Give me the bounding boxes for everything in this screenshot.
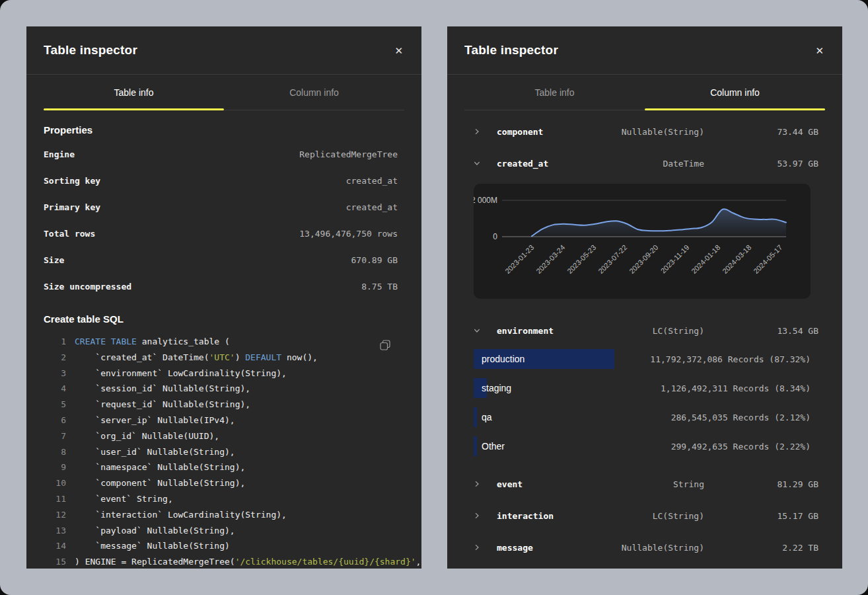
column-name: environment: [497, 326, 585, 336]
property-value: ReplicatedMergeTree: [299, 149, 398, 159]
tab-table-info[interactable]: Table info: [44, 75, 224, 110]
svg-text:2 000M: 2 000M: [474, 196, 497, 205]
sql-code-text: `org_id` Nullable(UUID),: [75, 428, 219, 444]
tab-bar: Table info Column info: [44, 75, 404, 110]
table-inspector-dialog-column-info: Table inspector ✕ Table info Column info…: [447, 26, 842, 569]
property-row: Total rows13,496,476,750 rows: [44, 220, 398, 247]
property-row: EngineReplicatedMergeTree: [44, 141, 398, 167]
column-list: componentNullable(String)73.44 GBcreated…: [447, 116, 842, 563]
property-label: Sorting key: [44, 176, 100, 186]
column-row-created_at[interactable]: created_atDateTime53.97 GB: [447, 147, 842, 179]
environment-value-row: staging1,126,492,311 Records (8.34%): [474, 378, 811, 398]
sql-code-text: `interaction` LowCardinality(String),: [75, 507, 287, 523]
column-row-environment[interactable]: environmentLC(String)13.54 GB: [447, 315, 842, 346]
sql-code-text: `user_id` Nullable(String),: [75, 444, 235, 460]
column-row-event[interactable]: eventString81.29 GB: [447, 468, 842, 500]
sql-code-line: 5 `request_id` Nullable(String),: [44, 397, 398, 413]
column-name: message: [497, 543, 585, 553]
column-size: 15.17 GB: [704, 511, 818, 521]
close-icon[interactable]: ✕: [392, 43, 406, 58]
line-number: 12: [44, 507, 66, 523]
chevron-down-icon[interactable]: [474, 160, 497, 167]
value-frequency-bar: [474, 436, 477, 456]
sql-code-text: `component` Nullable(String),: [75, 475, 245, 491]
property-value: 670.89 GB: [351, 255, 398, 265]
column-name: created_at: [497, 159, 585, 169]
chevron-right-icon[interactable]: [474, 481, 497, 487]
column-size: 73.44 GB: [704, 127, 818, 137]
property-value: 8.75 TB: [361, 282, 398, 292]
property-value: created_at: [346, 176, 398, 186]
environment-value-row: production11,792,372,086 Records (87.32%…: [474, 349, 811, 369]
line-number: 4: [44, 381, 66, 397]
environment-value-breakdown: production11,792,372,086 Records (87.32%…: [447, 346, 842, 468]
column-size: 81.29 GB: [704, 479, 818, 489]
sql-code-line: 1CREATE TABLE analytics_table (: [44, 334, 398, 350]
property-row: Size uncompressed8.75 TB: [44, 273, 398, 299]
sql-code-line: 15) ENGINE = ReplicatedMergeTree('/click…: [44, 554, 398, 569]
sql-code-line: 9 `namespace` Nullable(String),: [44, 459, 398, 475]
property-label: Total rows: [44, 229, 95, 239]
value-label: qa: [482, 412, 492, 422]
column-type: LC(String): [585, 326, 704, 336]
column-size: 2.22 TB: [704, 543, 818, 553]
svg-text:2023-03-24: 2023-03-24: [534, 243, 566, 275]
property-row: Primary keycreated_at: [44, 194, 398, 220]
value-record-count: 286,545,035 Records (2.12%): [671, 413, 811, 422]
column-row-interaction[interactable]: interactionLC(String)15.17 GB: [447, 500, 842, 532]
sql-code-text: ) ENGINE = ReplicatedMergeTree('/clickho…: [75, 554, 421, 569]
line-number: 8: [44, 444, 66, 460]
column-type: Nullable(String): [585, 127, 704, 137]
create-table-sql-heading: Create table SQL: [44, 311, 398, 327]
column-row-component[interactable]: componentNullable(String)73.44 GB: [447, 116, 842, 147]
sql-code-line: 4 `session_id` Nullable(String),: [44, 381, 398, 397]
sql-code-text: `namespace` Nullable(String),: [75, 459, 245, 475]
property-label: Primary key: [44, 202, 100, 212]
sql-code-text: CREATE TABLE analytics_table (: [75, 334, 230, 350]
line-number: 2: [44, 350, 66, 366]
sql-code-block: 1CREATE TABLE analytics_table (2 `create…: [44, 334, 398, 569]
sql-code-line: 3 `environment` LowCardinality(String),: [44, 366, 398, 381]
sql-code-line: 10 `component` Nullable(String),: [44, 475, 398, 491]
sql-code-text: `message` Nullable(String): [75, 538, 230, 554]
column-row-message[interactable]: messageNullable(String)2.22 TB: [447, 532, 842, 563]
line-number: 15: [44, 554, 66, 569]
table-inspector-dialog-table-info: Table inspector ✕ Table info Column info…: [26, 26, 421, 569]
chevron-right-icon[interactable]: [474, 544, 497, 551]
line-number: 7: [44, 428, 66, 444]
value-frequency-bar: [474, 407, 477, 427]
sql-code-line: 11 `event` String,: [44, 491, 398, 507]
created-at-distribution-chart: 2 000M02023-01-232023-03-242023-05-23202…: [474, 184, 811, 299]
line-number: 6: [44, 413, 66, 428]
chevron-right-icon[interactable]: [474, 512, 497, 519]
tab-column-info[interactable]: Column info: [224, 75, 404, 110]
sql-code-text: `event` String,: [75, 491, 173, 507]
line-number: 13: [44, 523, 66, 539]
line-number: 9: [44, 459, 66, 475]
sql-code-text: `payload` Nullable(String),: [75, 523, 235, 539]
tab-table-info[interactable]: Table info: [464, 75, 645, 110]
column-type: LC(String): [585, 511, 704, 521]
value-record-count: 11,792,372,086 Records (87.32%): [650, 354, 811, 364]
sql-code-text: `environment` LowCardinality(String),: [75, 366, 287, 381]
svg-text:2023-01-23: 2023-01-23: [503, 243, 535, 275]
sql-code-line: 2 `created_at` DateTime('UTC') DEFAULT n…: [44, 350, 398, 366]
properties-heading: Properties: [44, 122, 398, 138]
column-name: event: [497, 479, 585, 489]
value-record-count: 299,492,635 Records (2.22%): [671, 442, 811, 452]
copy-icon[interactable]: [378, 338, 392, 354]
created-at-histogram-svg: 2 000M02023-01-232023-03-242023-05-23202…: [474, 184, 811, 299]
sql-code-text: `server_ip` Nullable(IPv4),: [75, 413, 235, 428]
column-type: String: [585, 479, 704, 489]
chevron-down-icon[interactable]: [474, 327, 497, 334]
svg-text:2023-05-23: 2023-05-23: [565, 243, 597, 275]
column-name: component: [497, 127, 585, 137]
close-icon[interactable]: ✕: [813, 43, 826, 58]
tab-column-info[interactable]: Column info: [645, 75, 825, 110]
svg-text:2024-05-17: 2024-05-17: [752, 243, 783, 275]
chevron-right-icon[interactable]: [474, 128, 497, 135]
sql-code-text: `created_at` DateTime('UTC') DEFAULT now…: [75, 350, 318, 366]
sql-code-line: 13 `payload` Nullable(String),: [44, 523, 398, 539]
environment-value-row: qa286,545,035 Records (2.12%): [474, 407, 811, 427]
tab-bar: Table info Column info: [464, 75, 825, 110]
